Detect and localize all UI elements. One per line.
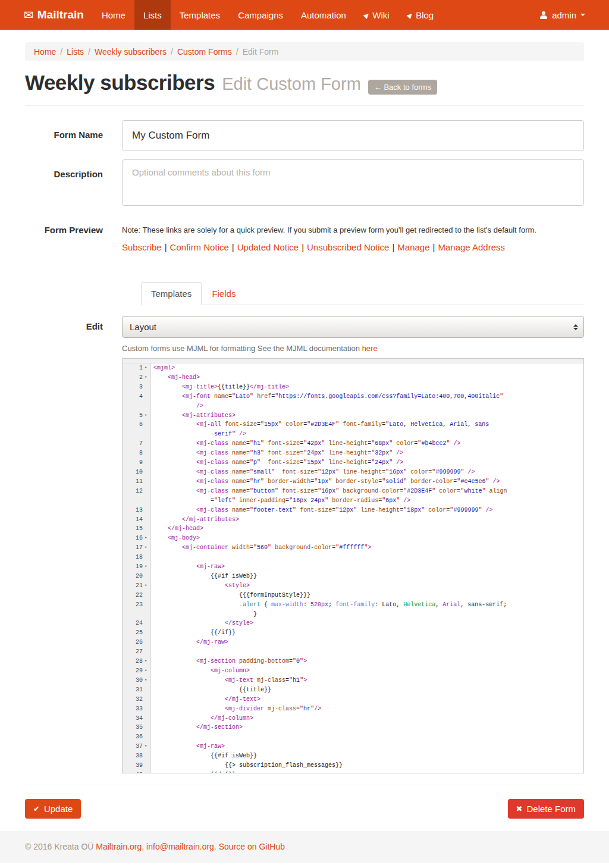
code-line: 26 </mj-raw> [123,638,583,647]
fold-arrow-icon[interactable]: ▾ [143,742,149,751]
tab-fields[interactable]: Fields [202,282,246,305]
code-text[interactable]: .alert { max-width: 520px; font-family: … [151,600,583,619]
code-text[interactable]: <mj-class name="footer-text" font-size="… [151,506,583,515]
code-editor[interactable]: 1▾<mjml>2▾ <mj-head>3 <mj-title>{{title}… [122,358,584,773]
breadcrumb-link[interactable]: Custom Forms [177,47,232,57]
code-text[interactable]: <mj-class name="p" font-size="15px" line… [151,458,583,468]
navbar: ✉ Mailtrain HomeListsTemplatesCampaignsA… [0,0,609,30]
preview-link[interactable]: Manage Address [438,242,505,252]
code-text[interactable]: {{> subscription_flash_messages}} [151,761,583,770]
line-number-value: 18 [136,553,143,562]
code-text[interactable] [151,553,583,562]
preview-link[interactable]: Manage [397,242,429,252]
fold-arrow-icon[interactable]: ▾ [143,543,149,553]
code-text[interactable]: <mj-section padding-bottom="0"> [151,657,583,666]
preview-link[interactable]: Updated Notice [237,242,299,252]
breadcrumb-separator: / [56,47,67,57]
tab-templates[interactable]: Templates [141,282,202,305]
nav-item-home[interactable]: Home [93,0,134,30]
code-text[interactable]: </mj-text> [151,695,583,704]
back-to-forms-button[interactable]: ← Back to forms [368,80,437,95]
code-text[interactable]: <mj-class name="small" font-size="12px" … [151,468,583,477]
breadcrumb-link[interactable]: Lists [67,47,84,57]
footer-link[interactable]: Mailtrain.org [96,842,142,851]
fold-arrow-icon[interactable]: ▾ [143,534,149,543]
fold-arrow-icon[interactable]: ▾ [143,581,149,591]
fold-arrow-icon[interactable]: ▾ [143,666,149,676]
code-text[interactable]: {{title}} [151,685,583,695]
code-line: 5▾ <mj-attributes> [123,411,583,421]
nav-item-label: Blog [416,10,434,20]
footer-link[interactable]: info@mailtrain.org [146,842,214,851]
code-text[interactable]: </mj-raw> [151,638,583,647]
code-text[interactable]: </mj-section> [151,723,583,732]
code-text[interactable]: <mj-raw> [151,742,583,751]
code-text[interactable]: <mj-head> [151,373,583,383]
chevron-down-icon [580,14,585,16]
nav-item-wiki[interactable]: ▶Wiki [355,0,398,30]
line-number-value: 13 [136,506,143,515]
nav-item-blog[interactable]: ▶Blog [398,0,443,30]
form-preview-label: Form Preview [25,224,103,252]
line-number-value: 27 [136,647,143,657]
code-text[interactable]: </style> [151,619,583,628]
code-text[interactable]: <mj-container width="560" background-col… [151,543,583,553]
code-text[interactable]: <mj-class name="h1" font-size="42px" lin… [151,439,583,449]
code-text[interactable]: <mj-column> [151,666,583,676]
footer-link[interactable]: Source on GitHub [219,842,285,851]
fold-arrow-icon[interactable]: ▾ [143,364,149,373]
breadcrumb-link[interactable]: Weekly subscribers [95,47,167,57]
code-text[interactable]: <mj-all font-size="15px" color="#2D3E4F"… [151,420,583,439]
code-text[interactable]: <mj-divider mj-class="hr"/> [151,704,583,714]
nav-item-automation[interactable]: Automation [292,0,355,30]
code-text[interactable]: {{/if}} [151,770,583,773]
code-text[interactable]: <mj-class name="h3" font-size="24px" lin… [151,449,583,458]
breadcrumb-link[interactable]: Home [34,47,56,57]
nav-item-campaigns[interactable]: Campaigns [229,0,292,30]
preview-link-separator: | [430,242,438,252]
code-text[interactable]: <mjml> [151,364,583,373]
code-text[interactable]: <mj-body> [151,534,583,543]
code-text[interactable]: <mj-text mj-class="h1"> [151,676,583,685]
code-line: 35 </mj-section> [123,723,583,732]
preview-link[interactable]: Subscribe [122,242,162,252]
user-menu[interactable]: admin [528,0,597,30]
line-number: 30▾ [123,676,151,685]
code-text[interactable]: {{{formInputStyle}}} [151,591,583,600]
preview-link[interactable]: Unsubscribed Notice [307,242,389,252]
update-button[interactable]: ✔Update [25,799,81,819]
code-text[interactable]: <mj-title>{{title}}</mj-title> [151,383,583,392]
code-text[interactable] [151,647,583,657]
code-text[interactable]: <mj-attributes> [151,411,583,421]
code-text[interactable]: <mj-font name="Lato" href="https://fonts… [151,392,583,411]
footer-text: © 2016 Kreata OÜ Mailtrain.org, info@mai… [25,842,584,851]
nav-item-lists[interactable]: Lists [134,0,171,30]
code-text[interactable]: {{/if}} [151,628,583,638]
delete-form-button[interactable]: ✖Delete Form [508,799,584,819]
brand[interactable]: ✉ Mailtrain [12,0,93,30]
mjml-doc-link[interactable]: here [362,344,378,353]
code-text[interactable]: </mj-column> [151,714,583,723]
code-text[interactable]: </mj-head> [151,524,583,534]
code-text[interactable]: <mj-raw> [151,562,583,572]
line-number: 22 [123,591,151,600]
edit-template-select[interactable]: Layout [122,316,584,338]
code-text[interactable]: <mj-class name="hr" border-width="1px" b… [151,477,583,487]
code-text[interactable] [151,732,583,742]
code-line: 27 [123,647,583,657]
preview-link[interactable]: Confirm Notice [170,242,229,252]
fold-arrow-icon[interactable]: ▾ [143,657,149,666]
code-text[interactable]: </mj-attributes> [151,515,583,525]
description-textarea[interactable] [122,159,584,206]
fold-arrow-icon[interactable]: ▾ [143,373,149,383]
fold-arrow-icon[interactable]: ▾ [143,411,149,421]
code-text[interactable]: {{#if isWeb}} [151,572,583,581]
fold-arrow-icon[interactable]: ▾ [143,676,149,685]
nav-item-templates[interactable]: Templates [171,0,229,30]
code-text[interactable]: <style> [151,581,583,591]
form-name-input[interactable] [122,120,584,151]
fold-arrow-icon[interactable]: ▾ [143,562,149,572]
code-text[interactable]: <mj-class name="button" font-size="16px"… [151,487,583,506]
code-text[interactable]: {{#if isWeb}} [151,751,583,761]
line-number: 33 [123,704,151,714]
